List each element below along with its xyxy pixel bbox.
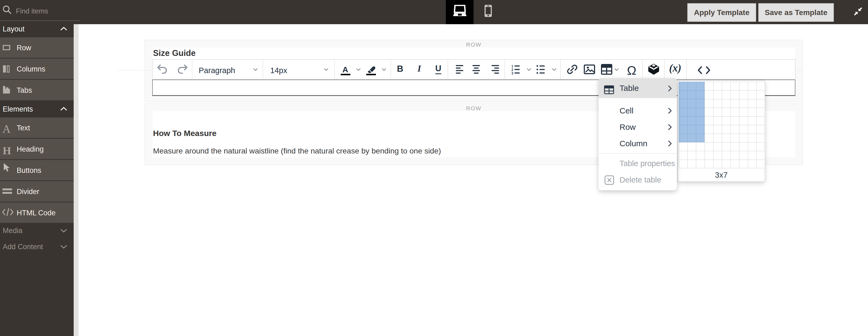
svg-text:1: 1 xyxy=(512,65,513,68)
svg-text:A: A xyxy=(342,65,348,74)
svg-text:2: 2 xyxy=(512,68,513,72)
svg-text:3: 3 xyxy=(512,71,513,75)
